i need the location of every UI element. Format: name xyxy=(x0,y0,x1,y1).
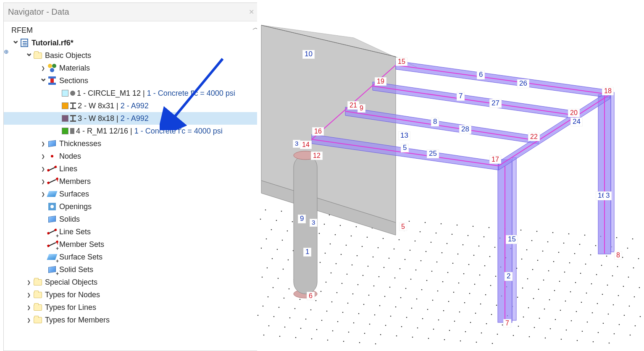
svg-point-43 xyxy=(547,241,549,243)
section-item-4[interactable]: 4 - R_M1 12/16 | 1 - Concrete f'c = 4000… xyxy=(4,125,261,137)
svg-point-274 xyxy=(401,326,402,327)
chevron-right-icon[interactable] xyxy=(39,191,47,197)
svg-point-141 xyxy=(591,283,592,285)
tree-types-members[interactable]: Types for Members xyxy=(4,314,261,326)
svg-point-134 xyxy=(479,275,481,276)
svg-point-18 xyxy=(536,231,538,232)
svg-point-277 xyxy=(449,330,450,331)
tree-member-sets[interactable]: Member Sets xyxy=(4,238,261,251)
tree-project[interactable]: Tutorial.rf6* xyxy=(4,37,261,49)
svg-point-201 xyxy=(400,297,402,299)
tree-solid-sets[interactable]: Solid Sets xyxy=(4,263,261,276)
tree-thicknesses[interactable]: Thicknesses xyxy=(4,137,261,150)
svg-point-71 xyxy=(622,257,623,258)
close-icon[interactable]: ✕ xyxy=(245,7,257,17)
svg-point-109 xyxy=(452,263,454,264)
tree-surfaces[interactable]: Surfaces xyxy=(4,188,261,200)
svg-point-133 xyxy=(463,273,465,275)
member-label: 8 xyxy=(431,118,439,126)
chevron-down-icon[interactable] xyxy=(39,75,47,86)
tree-types-nodes[interactable]: Types for Nodes xyxy=(4,288,261,301)
svg-point-225 xyxy=(395,306,397,308)
tree-root[interactable]: RFEM xyxy=(4,24,261,37)
tree-line-sets[interactable]: Line Sets xyxy=(4,225,261,238)
svg-point-90 xyxy=(537,260,539,261)
section-item-1[interactable]: 1 - CIRCLE_M1 12 | 1 - Concrete f'c = 40… xyxy=(4,87,261,100)
tree-surface-sets[interactable]: Surface Sets xyxy=(4,251,261,263)
svg-point-299 xyxy=(444,339,445,341)
section-item-3[interactable]: 3 - W 8x18 | 2 - A992 xyxy=(4,112,261,125)
chevron-right-icon[interactable] xyxy=(39,178,47,185)
chevron-right-icon[interactable] xyxy=(25,279,33,286)
chevron-right-icon[interactable] xyxy=(25,291,33,298)
navigator-tree: RFEM Tutorial.rf6* Basic Objects Materia… xyxy=(4,24,261,326)
svg-point-156 xyxy=(442,281,444,283)
svg-point-308 xyxy=(343,341,344,342)
svg-point-49 xyxy=(271,229,272,231)
svg-point-93 xyxy=(585,264,586,265)
svg-point-307 xyxy=(327,340,329,341)
svg-point-150 xyxy=(347,274,348,275)
svg-point-230 xyxy=(475,313,476,314)
section-swatch xyxy=(62,90,68,97)
svg-point-206 xyxy=(480,304,481,305)
svg-point-186 xyxy=(533,298,534,299)
member-label: 9 xyxy=(298,215,306,223)
svg-point-176 xyxy=(373,286,375,287)
svg-point-153 xyxy=(394,278,396,279)
tree-lines[interactable]: Lines xyxy=(4,162,261,175)
svg-point-65 xyxy=(526,249,528,251)
svg-point-213 xyxy=(592,312,593,314)
svg-point-26 xyxy=(276,220,277,221)
member-label: 15 xyxy=(506,235,518,244)
svg-point-185 xyxy=(517,297,518,298)
svg-point-297 xyxy=(412,337,413,338)
chevron-right-icon[interactable] xyxy=(39,65,47,71)
section-item-2[interactable]: 2 - W 8x31 | 2 - A992 xyxy=(4,100,261,112)
svg-point-180 xyxy=(437,291,439,292)
section-shape-icon xyxy=(70,128,74,134)
svg-point-189 xyxy=(581,302,582,303)
tree-members[interactable]: Members xyxy=(4,175,261,188)
section-swatch xyxy=(62,115,68,122)
svg-point-154 xyxy=(410,279,412,280)
svg-point-115 xyxy=(548,270,549,272)
svg-point-168 xyxy=(634,296,635,298)
tree-solids[interactable]: Solids xyxy=(4,213,261,225)
tree-nodes[interactable]: Nodes xyxy=(4,150,261,162)
svg-point-242 xyxy=(279,307,280,308)
tree-sections[interactable]: Sections xyxy=(4,74,261,87)
viewport-3d[interactable]: 1062672782428135253169315123151918219201… xyxy=(257,0,644,351)
lines-icon xyxy=(47,164,57,173)
svg-point-20 xyxy=(568,233,570,235)
svg-point-122 xyxy=(288,259,289,261)
svg-point-102 xyxy=(341,254,342,255)
chevron-right-icon[interactable] xyxy=(39,140,47,147)
svg-point-233 xyxy=(523,317,524,318)
chevron-down-icon[interactable] xyxy=(11,37,20,48)
svg-point-276 xyxy=(433,329,434,330)
node-label: 14 xyxy=(300,141,312,149)
svg-point-1 xyxy=(265,210,266,211)
svg-point-87 xyxy=(489,256,491,257)
svg-point-283 xyxy=(545,338,546,339)
svg-point-243 xyxy=(294,308,296,309)
chevron-right-icon[interactable] xyxy=(39,153,47,160)
openings-icon xyxy=(47,202,57,211)
tree-openings[interactable]: Openings xyxy=(4,200,261,213)
svg-point-96 xyxy=(633,267,634,269)
tree-basic-objects[interactable]: Basic Objects xyxy=(4,49,261,62)
svg-point-126 xyxy=(352,265,353,266)
chevron-right-icon[interactable] xyxy=(39,165,47,172)
tree-types-lines[interactable]: Types for Lines xyxy=(4,301,261,314)
svg-point-97 xyxy=(261,248,262,249)
svg-point-285 xyxy=(577,340,578,341)
svg-point-57 xyxy=(399,239,400,241)
chevron-down-icon[interactable] xyxy=(25,50,33,61)
chevron-right-icon[interactable] xyxy=(25,317,33,323)
pin-icon[interactable]: ⊕ xyxy=(4,48,9,55)
svg-point-86 xyxy=(473,255,475,256)
chevron-right-icon[interactable] xyxy=(25,304,33,311)
svg-point-258 xyxy=(534,327,535,328)
tree-special-objects[interactable]: Special Objects xyxy=(4,276,261,288)
